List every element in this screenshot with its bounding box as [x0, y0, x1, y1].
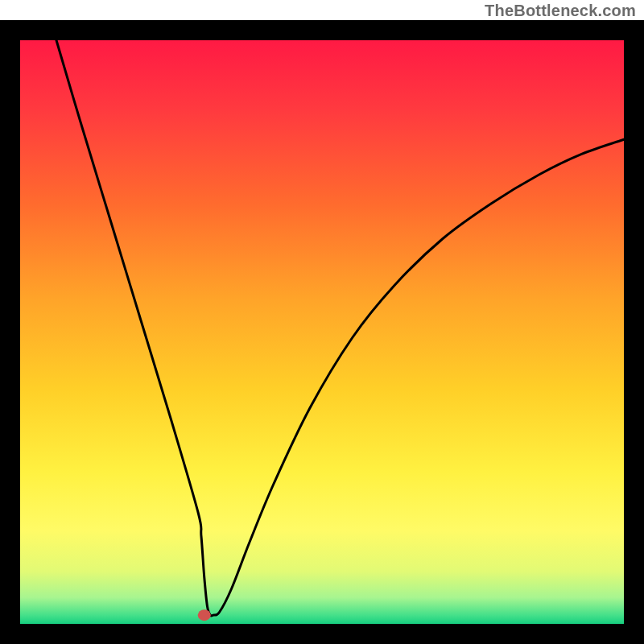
chart-svg	[0, 20, 644, 644]
attribution-label: TheBottleneck.com	[485, 2, 636, 20]
optimum-marker	[198, 609, 211, 621]
chart-background-gradient	[20, 40, 624, 624]
bottleneck-chart	[0, 20, 644, 644]
